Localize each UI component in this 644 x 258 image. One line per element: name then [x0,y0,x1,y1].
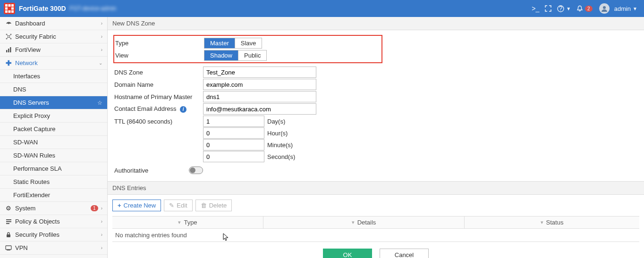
svg-point-17 [10,38,11,39]
dnszone-input[interactable] [203,67,316,78]
dashboard-icon [5,20,12,26]
svg-point-10 [603,6,606,9]
hostname-input[interactable] [203,91,316,102]
sidebar-item-vpn[interactable]: VPN › [0,241,107,255]
sidebar-item-security-fabric[interactable]: Security Fabric › [0,30,107,43]
vpn-icon [5,245,12,250]
col-status[interactable]: ▾Status [465,216,639,228]
svg-rect-24 [7,234,10,237]
svg-text:?: ? [559,5,562,12]
sidebar-item-fortiview[interactable]: FortiView › [0,43,107,57]
create-new-button[interactable]: + Create New [112,200,161,211]
filter-icon: ▾ [352,219,355,225]
type-toggle: Master Slave [204,38,262,49]
type-master[interactable]: Master [204,38,235,48]
email-input[interactable] [203,103,316,115]
svg-rect-5 [5,10,8,13]
auth-label: Authoritative [113,167,189,174]
sidebar-item-explicit-proxy[interactable]: Explicit Proxy [0,109,107,123]
sidebar: Dashboard › Security Fabric › FortiView … [0,17,108,258]
filter-icon: ▾ [178,219,181,225]
trash-icon: 🗑 [201,202,207,209]
svg-rect-4 [11,8,14,10]
domain-label: Domain Name [113,81,203,88]
notif-count: 2 [585,6,593,12]
fortinet-logo [4,3,15,14]
sidebar-item-sdwan[interactable]: SD-WAN [0,136,107,149]
domain-input[interactable] [203,79,316,90]
policy-icon [5,218,12,225]
ttl-label: TTL (86400 seconds) [113,118,203,125]
plus-icon: ✚ [5,59,12,67]
svg-point-16 [6,38,7,39]
hostname-label: Hostname of Primary Master [113,93,203,100]
app-header: FortiGate 300D FGT-device-admin >_ ? ▼ 2… [0,0,644,17]
svg-point-14 [6,34,7,35]
device-sub: FGT-device-admin [70,5,117,12]
delete-button[interactable]: 🗑 Delete [195,200,232,211]
type-slave[interactable]: Slave [235,38,262,48]
sidebar-item-policy[interactable]: Policy & Objects › [0,215,107,228]
col-type[interactable]: ▾Type [112,216,263,228]
sidebar-item-system[interactable]: ⚙ System 1 › [0,202,107,215]
grid-empty-msg: No matching entries found [112,229,639,242]
star-icon[interactable]: ☆ [97,100,102,106]
view-shadow[interactable]: Shadow [204,50,238,60]
sidebar-item-security-profiles[interactable]: Security Profiles › [0,228,107,241]
sidebar-item-fortiextender[interactable]: FortiExtender [0,189,107,202]
sidebar-item-dns-servers[interactable]: DNS Servers☆ [0,96,107,109]
sidebar-item-dns[interactable]: DNS [0,83,107,96]
ok-button[interactable]: OK [323,249,372,258]
ttl-sec-input[interactable] [203,151,264,162]
ttl-hour-input[interactable] [203,127,264,139]
view-public[interactable]: Public [238,50,266,60]
cli-icon[interactable]: >_ [532,5,539,12]
notifications-icon[interactable]: 2 [576,5,593,12]
svg-rect-20 [10,47,11,52]
ttl-hour-unit: Hour(s) [267,130,288,137]
svg-rect-26 [7,250,10,250]
col-details[interactable]: ▾Details [263,216,465,228]
svg-rect-19 [8,49,9,52]
page-title: New DNS Zone [108,17,644,30]
entries-title: DNS Entries [108,181,644,195]
dnszone-label: DNS Zone [113,69,203,76]
edit-button[interactable]: ✎ Edit [164,200,192,211]
email-label: Contact Email Address i [113,105,203,113]
sidebar-item-performance-sla[interactable]: Performance SLA [0,162,107,175]
fabric-icon [5,33,12,40]
content-area: New DNS Zone Type Master Slave View Shad… [108,17,644,258]
sidebar-item-dashboard[interactable]: Dashboard › [0,17,107,30]
device-name: FortiGate 300D [19,5,66,12]
svg-rect-7 [11,10,14,13]
chart-icon [5,47,12,53]
help-icon[interactable]: ? ▼ [557,5,571,12]
svg-point-13 [8,36,9,38]
info-icon[interactable]: i [180,106,186,113]
svg-rect-2 [11,4,14,7]
view-toggle: Shadow Public [204,50,267,61]
pencil-icon: ✎ [169,202,174,209]
system-badge: 1 [91,205,98,211]
caret-down-icon: ▼ [566,6,571,11]
sidebar-item-interfaces[interactable]: Interfaces [0,70,107,83]
svg-rect-18 [6,50,8,52]
ttl-day-unit: Day(s) [267,118,285,125]
sidebar-item-static-routes[interactable]: Static Routes [0,175,107,189]
user-menu[interactable]: admin ▼ [614,5,637,12]
user-avatar-icon[interactable] [599,3,610,14]
type-label: Type [114,40,204,47]
ttl-day-input[interactable] [203,116,264,127]
sidebar-item-packet-capture[interactable]: Packet Capture [0,123,107,136]
ttl-min-input[interactable] [203,139,264,150]
view-label: View [114,52,204,59]
cancel-button[interactable]: Cancel [380,249,429,258]
gear-icon: ⚙ [5,205,12,212]
entries-grid: ▾Type ▾Details ▾Status No matching entri… [112,216,639,242]
sidebar-item-user-device[interactable]: User & Device › [0,255,107,258]
authoritative-toggle[interactable] [189,166,203,174]
fullscreen-icon[interactable] [545,5,551,12]
sidebar-item-network[interactable]: ✚ Network ⌄ [0,57,107,70]
sidebar-item-sdwan-rules[interactable]: SD-WAN Rules [0,149,107,162]
svg-rect-3 [5,8,8,10]
